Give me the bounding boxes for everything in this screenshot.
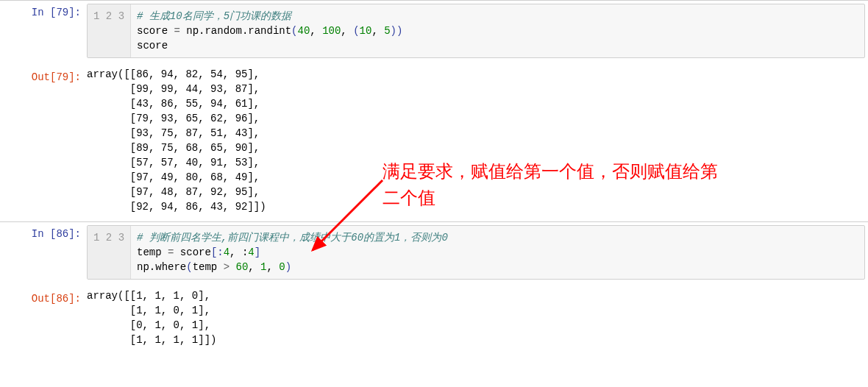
code-input-area-2[interactable]: 1 2 3 # 判断前四名学生,前四门课程中，成绩中大于60的置为1，否则为0 … bbox=[87, 225, 865, 280]
code-content-1: # 生成10名同学，5门功课的数据 score = np.random.rand… bbox=[131, 4, 408, 57]
code-input-area-1[interactable]: 1 2 3 # 生成10名同学，5门功课的数据 score = np.rando… bbox=[87, 4, 865, 58]
code-content-2: # 判断前四名学生,前四门课程中，成绩中大于60的置为1，否则为0 temp =… bbox=[131, 226, 454, 279]
in-prompt-1: In [79]: bbox=[0, 1, 87, 61]
out-prompt-1: Out[79]: bbox=[0, 65, 87, 214]
line-gutter-2: 1 2 3 bbox=[88, 226, 131, 279]
svg-line-0 bbox=[313, 180, 383, 250]
annotation-line-1: 满足要求，赋值给第一个值，否则赋值给第 bbox=[383, 158, 839, 185]
output-row-2: Out[86]: array([[1, 1, 1, 0], [1, 1, 0, … bbox=[0, 283, 868, 355]
output-content-1: array([[86, 94, 82, 54, 95], [99, 99, 44… bbox=[87, 65, 266, 214]
out-prompt-2: Out[86]: bbox=[0, 287, 87, 347]
annotation-text: 满足要求，赋值给第一个值，否则赋值给第 二个值 bbox=[383, 158, 839, 211]
annotation-line-2: 二个值 bbox=[383, 185, 839, 211]
output-content-2: array([[1, 1, 1, 0], [1, 1, 0, 1], [0, 1… bbox=[87, 287, 216, 347]
in-prompt-2: In [86]: bbox=[0, 222, 87, 283]
arrow-icon bbox=[302, 177, 397, 258]
line-gutter-1: 1 2 3 bbox=[88, 4, 131, 57]
code-cell-1: In [79]: 1 2 3 # 生成10名同学，5门功课的数据 score =… bbox=[0, 0, 868, 61]
code-cell-2: In [86]: 1 2 3 # 判断前四名学生,前四门课程中，成绩中大于60的… bbox=[0, 221, 868, 283]
